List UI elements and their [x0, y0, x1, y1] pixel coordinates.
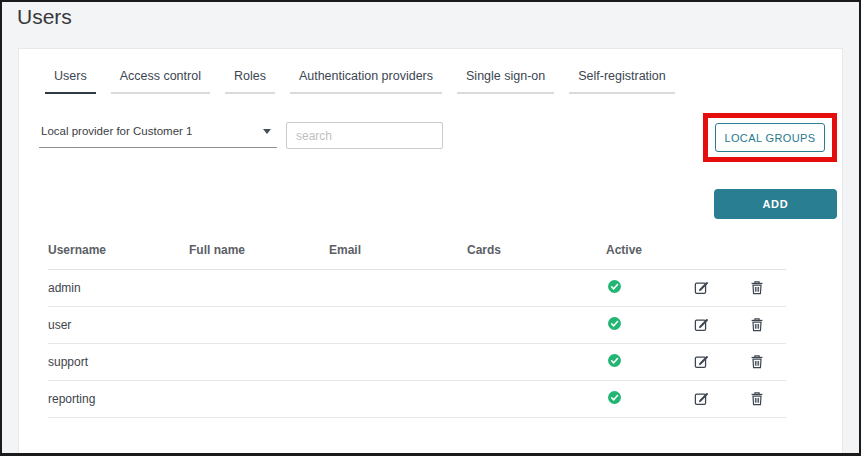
- table-row-support: support: [48, 343, 786, 380]
- username-cell: reporting: [48, 380, 189, 417]
- edit-icon: [693, 353, 710, 370]
- edit-cell: [676, 306, 731, 343]
- edit-user-button[interactable]: [691, 277, 712, 298]
- table-row-user: user: [48, 306, 786, 343]
- active-check-icon: [607, 390, 622, 405]
- active-check-icon: [607, 316, 622, 331]
- delete-user-button[interactable]: [747, 277, 767, 298]
- delete-user-button[interactable]: [747, 314, 767, 335]
- trash-icon: [749, 353, 765, 370]
- add-button[interactable]: ADD: [714, 189, 837, 219]
- tab-single-sign-on[interactable]: Single sign-on: [457, 69, 554, 94]
- delete-cell: [731, 380, 786, 417]
- chevron-down-icon: [263, 129, 271, 134]
- full-name-cell: [189, 306, 329, 343]
- email-cell: [329, 343, 467, 380]
- column-header-full-name: Full name: [189, 231, 329, 269]
- delete-cell: [731, 306, 786, 343]
- column-header-actions: [731, 231, 786, 269]
- active-status-cell: [606, 269, 676, 306]
- full-name-cell: [189, 269, 329, 306]
- tab-self-registration[interactable]: Self-registration: [569, 69, 675, 94]
- edit-cell: [676, 380, 731, 417]
- red-highlight-annotation: LOCAL GROUPS: [703, 113, 837, 162]
- users-admin-screen: Users Users Access control Roles Authent…: [0, 0, 861, 456]
- edit-user-button[interactable]: [691, 351, 712, 372]
- column-header-active: Active: [606, 231, 676, 269]
- edit-cell: [676, 343, 731, 380]
- table-row-reporting: reporting: [48, 380, 786, 417]
- active-status-cell: [606, 380, 676, 417]
- search-input[interactable]: [286, 122, 443, 149]
- cards-cell: [467, 306, 606, 343]
- username-cell: admin: [48, 269, 189, 306]
- tab-roles[interactable]: Roles: [225, 69, 275, 94]
- full-name-cell: [189, 343, 329, 380]
- edit-user-button[interactable]: [691, 388, 712, 409]
- trash-icon: [749, 316, 765, 333]
- provider-select-value: Local provider for Customer 1: [41, 125, 192, 137]
- trash-icon: [749, 279, 765, 296]
- local-groups-button[interactable]: LOCAL GROUPS: [715, 123, 825, 152]
- active-status-cell: [606, 306, 676, 343]
- provider-select[interactable]: Local provider for Customer 1: [39, 115, 277, 148]
- column-header-username: Username: [48, 231, 189, 269]
- trash-icon: [749, 390, 765, 407]
- tab-access-control[interactable]: Access control: [111, 69, 210, 94]
- column-header-cards: Cards: [467, 231, 606, 269]
- column-header-email: Email: [329, 231, 467, 269]
- tab-users[interactable]: Users: [45, 69, 96, 94]
- users-table: Username Full name Email Cards Active ad…: [48, 231, 786, 418]
- delete-cell: [731, 343, 786, 380]
- edit-cell: [676, 269, 731, 306]
- delete-cell: [731, 269, 786, 306]
- cards-cell: [467, 343, 606, 380]
- email-cell: [329, 269, 467, 306]
- table-header-row: Username Full name Email Cards Active: [48, 231, 786, 269]
- column-header-actions: [676, 231, 731, 269]
- edit-icon: [693, 390, 710, 407]
- edit-icon: [693, 316, 710, 333]
- delete-user-button[interactable]: [747, 351, 767, 372]
- delete-user-button[interactable]: [747, 388, 767, 409]
- content-card: Users Access control Roles Authenticatio…: [18, 48, 843, 453]
- edit-icon: [693, 279, 710, 296]
- email-cell: [329, 380, 467, 417]
- edit-user-button[interactable]: [691, 314, 712, 335]
- email-cell: [329, 306, 467, 343]
- cards-cell: [467, 269, 606, 306]
- username-cell: support: [48, 343, 189, 380]
- table-row-admin: admin: [48, 269, 786, 306]
- active-check-icon: [607, 279, 622, 294]
- page-title: Users: [17, 5, 72, 29]
- active-check-icon: [607, 353, 622, 368]
- full-name-cell: [189, 380, 329, 417]
- tab-bar: Users Access control Roles Authenticatio…: [45, 69, 690, 94]
- tab-authentication-providers[interactable]: Authentication providers: [290, 69, 442, 94]
- username-cell: user: [48, 306, 189, 343]
- cards-cell: [467, 380, 606, 417]
- active-status-cell: [606, 343, 676, 380]
